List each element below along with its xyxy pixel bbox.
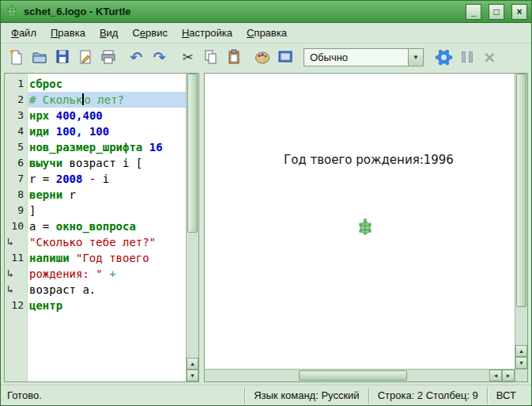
chevron-down-icon[interactable]: ▼	[408, 49, 423, 66]
canvas-scroll-down-button[interactable]: ▼	[515, 357, 527, 369]
scroll-down-icon: ▼	[190, 373, 195, 378]
save-floppy-icon	[54, 48, 71, 66]
run-button[interactable]	[433, 47, 455, 68]
app-turtle-icon	[5, 3, 19, 20]
line-number: 11	[5, 250, 27, 266]
editor-scrollbar-track[interactable]	[187, 74, 198, 358]
canvas-pane: Год твоего рождения:1996	[204, 73, 528, 382]
menu-edit[interactable]: Правка	[43, 24, 92, 42]
code-text: центр	[27, 298, 186, 313]
code-text: рождения: " +	[27, 266, 186, 282]
abort-x-icon: ×	[483, 49, 496, 65]
line-wrap-icon: ↳	[5, 234, 27, 250]
scroll-right-icon: ►	[506, 373, 511, 378]
canvas-hscrollbar-track[interactable]	[205, 370, 489, 381]
editor-vertical-scrollbar[interactable]: ▲ ▼	[186, 74, 198, 381]
line-number: 2	[5, 92, 27, 108]
editor-lines[interactable]: 1сброс2# Сколько лет?3нрх 400,4004иди 10…	[5, 74, 186, 381]
editor-line[interactable]: 10а = окно_вопроса	[5, 218, 186, 234]
maximize-button[interactable]: □	[489, 4, 504, 20]
status-right-panels: Язык команд: Русский Строка: 2 Столбец: …	[244, 385, 525, 405]
line-number: 8	[5, 187, 27, 203]
editor-scrollbar-thumb[interactable]	[187, 74, 198, 233]
status-bar: Готово. Язык команд: Русский Строка: 2 С…	[1, 385, 531, 405]
open-folder-icon	[31, 48, 48, 66]
canvas-horizontal-scrollbar[interactable]: ◄ ►	[205, 369, 515, 381]
window-title: schet_6.logo - KTurtle	[24, 6, 458, 17]
copy-icon	[202, 48, 220, 66]
line-number: 7	[5, 171, 27, 187]
editor-line[interactable]: 12центр	[5, 298, 186, 313]
editor-line[interactable]: 9]	[5, 203, 186, 218]
colors-button[interactable]	[251, 47, 273, 68]
canvas-scroll-up-button[interactable]: ▲	[515, 345, 527, 357]
title-bar: schet_6.logo - KTurtle _ □ ×	[1, 1, 531, 23]
scroll-up-icon: ▲	[519, 348, 524, 354]
redo-icon: ↷	[153, 50, 166, 65]
close-button[interactable]: ×	[511, 4, 527, 20]
cut-button[interactable]: ✂	[177, 47, 198, 68]
scroll-up-button[interactable]: ▲	[187, 358, 198, 370]
speed-select[interactable]: Обычно ▼	[304, 48, 424, 66]
editor-line[interactable]: 1сброс	[5, 76, 186, 92]
scroll-down-button[interactable]: ▼	[187, 370, 198, 381]
canvas-scroll-right-button[interactable]: ►	[502, 370, 515, 381]
canvas-vertical-scrollbar[interactable]: ▲ ▼	[515, 74, 527, 369]
minimize-icon: _	[471, 7, 477, 17]
menu-tools[interactable]: Сервис	[125, 24, 175, 42]
code-text: # Сколько лет?	[27, 92, 186, 108]
abort-button[interactable]: ×	[479, 47, 500, 68]
copy-button[interactable]	[200, 47, 221, 68]
editor-line[interactable]: 6выучи возраст i [	[5, 155, 186, 171]
cut-scissors-icon: ✂	[182, 51, 193, 64]
canvas-vscrollbar-thumb[interactable]	[516, 74, 526, 307]
paste-button[interactable]	[223, 47, 244, 68]
line-number: 9	[5, 203, 27, 218]
editor-line[interactable]: ↳возраст а.	[5, 282, 186, 298]
editor-line[interactable]: 5нов_размер_шрифта 16	[5, 139, 186, 155]
save-button[interactable]	[51, 47, 73, 68]
editor-line[interactable]: 11напиши "Год твоего	[5, 250, 186, 266]
menu-bar: ФайлПравкаВидСервисНастройкаСправка	[1, 23, 531, 44]
editor-line[interactable]: 3нрх 400,400	[5, 108, 186, 123]
code-text: нов_размер_шрифта 16	[27, 139, 186, 155]
edit-document-button[interactable]	[74, 47, 96, 68]
new-file-button[interactable]	[6, 47, 27, 68]
scroll-left-icon: ◄	[493, 373, 499, 378]
print-button[interactable]	[97, 47, 119, 68]
status-language: Язык команд: Русский	[244, 388, 368, 404]
menu-settings[interactable]: Настройка	[175, 24, 240, 42]
toolbar: ↶ ↷ ✂	[1, 44, 531, 70]
pause-button[interactable]	[456, 47, 477, 68]
scrollbar-corner	[515, 369, 527, 381]
menu-help[interactable]: Справка	[240, 24, 294, 42]
line-number: 10	[5, 218, 27, 234]
menu-view[interactable]: Вид	[92, 24, 126, 42]
editor-line[interactable]: 4иди 100, 100	[5, 123, 186, 139]
minimize-button[interactable]: _	[466, 4, 481, 20]
palette-icon	[254, 48, 271, 66]
editor-line[interactable]: ↳"Сколько тебе лет?"	[5, 234, 186, 250]
line-wrap-icon: ↳	[5, 282, 27, 298]
canvas-vscrollbar-track[interactable]	[515, 74, 527, 345]
turtle-canvas: Год твоего рождения:1996	[205, 74, 515, 369]
code-text: возраст а.	[27, 282, 186, 298]
canvas-hscrollbar-thumb[interactable]	[299, 370, 407, 381]
line-number: 4	[5, 123, 27, 139]
undo-button[interactable]: ↶	[126, 47, 147, 68]
scroll-up-icon: ▲	[190, 361, 195, 366]
fullscreen-button[interactable]	[274, 47, 296, 68]
redo-button[interactable]: ↷	[149, 47, 170, 68]
code-text: нрх 400,400	[27, 108, 186, 123]
close-icon: ×	[516, 7, 522, 17]
editor-line[interactable]: ↳рождения: " +	[5, 266, 186, 282]
maximize-icon: □	[493, 7, 499, 17]
editor-line[interactable]: 7r = 2008 - i	[5, 171, 186, 187]
editor-line[interactable]: 8верни r	[5, 187, 186, 203]
canvas-scroll-left-button[interactable]: ◄	[489, 370, 502, 381]
code-text: сброс	[27, 76, 186, 92]
speed-select-value: Обычно	[310, 51, 348, 63]
open-file-button[interactable]	[28, 47, 50, 68]
menu-file[interactable]: Файл	[4, 24, 43, 42]
editor-line[interactable]: 2# Сколько лет?	[5, 92, 186, 108]
